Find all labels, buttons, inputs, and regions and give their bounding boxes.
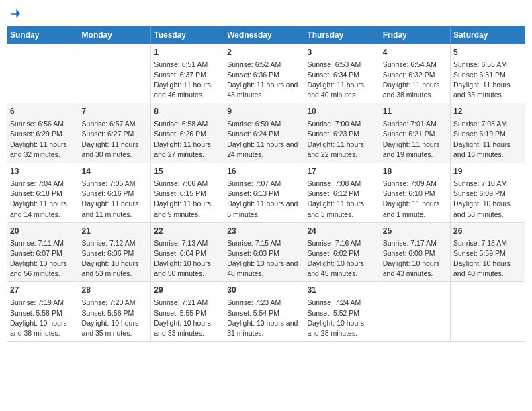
calendar-week-row: 6Sunrise: 6:56 AMSunset: 6:29 PMDaylight…: [7, 103, 525, 163]
calendar-cell: 30Sunrise: 7:23 AMSunset: 5:54 PMDayligh…: [224, 282, 304, 342]
cell-content: Sunrise: 7:00 AMSunset: 6:23 PMDaylight:…: [307, 119, 376, 160]
calendar-cell: 31Sunrise: 7:24 AMSunset: 5:52 PMDayligh…: [304, 282, 380, 342]
day-number: 21: [82, 226, 148, 237]
cell-content: Sunrise: 6:58 AMSunset: 6:26 PMDaylight:…: [154, 119, 221, 160]
calendar-cell: 13Sunrise: 7:04 AMSunset: 6:18 PMDayligh…: [7, 163, 79, 223]
calendar-week-row: 20Sunrise: 7:11 AMSunset: 6:07 PMDayligh…: [7, 222, 525, 282]
calendar-cell: 24Sunrise: 7:16 AMSunset: 6:02 PMDayligh…: [304, 222, 380, 282]
calendar-cell: 25Sunrise: 7:17 AMSunset: 6:00 PMDayligh…: [380, 222, 450, 282]
day-number: 5: [453, 47, 522, 58]
calendar-cell: 4Sunrise: 6:54 AMSunset: 6:32 PMDaylight…: [380, 44, 450, 103]
calendar-cell: 20Sunrise: 7:11 AMSunset: 6:07 PMDayligh…: [7, 222, 79, 282]
calendar-cell: 23Sunrise: 7:15 AMSunset: 6:03 PMDayligh…: [224, 222, 304, 282]
calendar-cell: 8Sunrise: 6:58 AMSunset: 6:26 PMDaylight…: [151, 103, 224, 163]
cell-content: Sunrise: 7:21 AMSunset: 5:55 PMDaylight:…: [154, 298, 221, 338]
day-number: 4: [383, 47, 447, 58]
calendar-header-monday: Monday: [79, 26, 151, 44]
calendar-header-sunday: Sunday: [7, 26, 79, 44]
day-number: 15: [154, 166, 221, 177]
day-number: 1: [154, 47, 221, 58]
calendar-cell: 6Sunrise: 6:56 AMSunset: 6:29 PMDaylight…: [7, 103, 79, 163]
day-number: 3: [307, 47, 376, 58]
cell-content: Sunrise: 7:12 AMSunset: 6:06 PMDaylight:…: [82, 238, 148, 279]
calendar-cell: 2Sunrise: 6:52 AMSunset: 6:36 PMDaylight…: [224, 44, 304, 103]
day-number: 27: [10, 285, 76, 296]
cell-content: Sunrise: 7:23 AMSunset: 5:54 PMDaylight:…: [227, 298, 301, 338]
calendar-header-row: SundayMondayTuesdayWednesdayThursdayFrid…: [7, 26, 525, 44]
cell-content: Sunrise: 7:08 AMSunset: 6:12 PMDaylight:…: [307, 179, 376, 220]
calendar-cell: [451, 282, 525, 342]
day-number: 6: [10, 106, 76, 118]
calendar-cell: 3Sunrise: 6:53 AMSunset: 6:34 PMDaylight…: [304, 44, 380, 103]
cell-content: Sunrise: 7:07 AMSunset: 6:13 PMDaylight:…: [227, 179, 301, 220]
day-number: 2: [227, 47, 301, 58]
calendar-week-row: 1Sunrise: 6:51 AMSunset: 6:37 PMDaylight…: [7, 44, 525, 103]
calendar-cell: 28Sunrise: 7:20 AMSunset: 5:56 PMDayligh…: [79, 282, 151, 342]
day-number: 31: [307, 285, 376, 296]
calendar-cell: 14Sunrise: 7:05 AMSunset: 6:16 PMDayligh…: [79, 163, 151, 223]
cell-content: Sunrise: 7:16 AMSunset: 6:02 PMDaylight:…: [307, 238, 376, 279]
calendar-cell: [380, 282, 450, 342]
cell-content: Sunrise: 6:59 AMSunset: 6:24 PMDaylight:…: [227, 119, 301, 160]
cell-content: Sunrise: 7:13 AMSunset: 6:04 PMDaylight:…: [154, 238, 221, 279]
calendar-week-row: 27Sunrise: 7:19 AMSunset: 5:58 PMDayligh…: [7, 282, 525, 342]
calendar-cell: 17Sunrise: 7:08 AMSunset: 6:12 PMDayligh…: [304, 163, 380, 223]
day-number: 9: [227, 106, 301, 118]
calendar-cell: 18Sunrise: 7:09 AMSunset: 6:10 PMDayligh…: [380, 163, 450, 223]
cell-content: Sunrise: 7:24 AMSunset: 5:52 PMDaylight:…: [307, 298, 376, 338]
cell-content: Sunrise: 7:15 AMSunset: 6:03 PMDaylight:…: [227, 238, 301, 279]
calendar-cell: 7Sunrise: 6:57 AMSunset: 6:27 PMDaylight…: [79, 103, 151, 163]
calendar-header-saturday: Saturday: [451, 26, 525, 44]
cell-content: Sunrise: 7:03 AMSunset: 6:19 PMDaylight:…: [453, 119, 522, 160]
cell-content: Sunrise: 7:20 AMSunset: 5:56 PMDaylight:…: [82, 298, 148, 338]
calendar-cell: [79, 44, 151, 103]
cell-content: Sunrise: 6:52 AMSunset: 6:36 PMDaylight:…: [227, 60, 301, 101]
calendar-header-friday: Friday: [380, 26, 450, 44]
calendar-cell: 26Sunrise: 7:18 AMSunset: 5:59 PMDayligh…: [451, 222, 525, 282]
cell-content: Sunrise: 7:19 AMSunset: 5:58 PMDaylight:…: [10, 298, 76, 338]
calendar-cell: 16Sunrise: 7:07 AMSunset: 6:13 PMDayligh…: [224, 163, 304, 223]
cell-content: Sunrise: 6:57 AMSunset: 6:27 PMDaylight:…: [82, 119, 148, 160]
day-number: 11: [383, 106, 447, 118]
calendar-cell: 11Sunrise: 7:01 AMSunset: 6:21 PMDayligh…: [380, 103, 450, 163]
calendar-cell: 29Sunrise: 7:21 AMSunset: 5:55 PMDayligh…: [151, 282, 224, 342]
day-number: 8: [154, 106, 221, 118]
day-number: 22: [154, 226, 221, 237]
calendar-cell: 10Sunrise: 7:00 AMSunset: 6:23 PMDayligh…: [304, 103, 380, 163]
calendar-table: SundayMondayTuesdayWednesdayThursdayFrid…: [7, 26, 525, 342]
calendar-header-wednesday: Wednesday: [224, 26, 304, 44]
day-number: 30: [227, 285, 301, 296]
day-number: 26: [453, 226, 522, 237]
cell-content: Sunrise: 7:06 AMSunset: 6:15 PMDaylight:…: [154, 179, 221, 220]
calendar-cell: 19Sunrise: 7:10 AMSunset: 6:09 PMDayligh…: [451, 163, 525, 223]
page-header: [7, 7, 525, 20]
cell-content: Sunrise: 7:10 AMSunset: 6:09 PMDaylight:…: [453, 179, 522, 220]
calendar-cell: 22Sunrise: 7:13 AMSunset: 6:04 PMDayligh…: [151, 222, 224, 282]
calendar-cell: 9Sunrise: 6:59 AMSunset: 6:24 PMDaylight…: [224, 103, 304, 163]
day-number: 29: [154, 285, 221, 296]
day-number: 19: [453, 166, 522, 177]
cell-content: Sunrise: 7:01 AMSunset: 6:21 PMDaylight:…: [383, 119, 447, 160]
calendar-cell: 27Sunrise: 7:19 AMSunset: 5:58 PMDayligh…: [7, 282, 79, 342]
day-number: 25: [383, 226, 447, 237]
calendar-cell: 5Sunrise: 6:55 AMSunset: 6:31 PMDaylight…: [451, 44, 525, 103]
cell-content: Sunrise: 6:54 AMSunset: 6:32 PMDaylight:…: [383, 60, 447, 101]
cell-content: Sunrise: 7:04 AMSunset: 6:18 PMDaylight:…: [10, 179, 76, 220]
day-number: 18: [383, 166, 447, 177]
calendar-cell: 1Sunrise: 6:51 AMSunset: 6:37 PMDaylight…: [151, 44, 224, 103]
calendar-header-tuesday: Tuesday: [151, 26, 224, 44]
day-number: 10: [307, 106, 376, 118]
cell-content: Sunrise: 7:09 AMSunset: 6:10 PMDaylight:…: [383, 179, 447, 220]
calendar-cell: 12Sunrise: 7:03 AMSunset: 6:19 PMDayligh…: [451, 103, 525, 163]
day-number: 13: [10, 166, 76, 177]
cell-content: Sunrise: 6:51 AMSunset: 6:37 PMDaylight:…: [154, 60, 221, 101]
day-number: 23: [227, 226, 301, 237]
day-number: 16: [227, 166, 301, 177]
cell-content: Sunrise: 7:05 AMSunset: 6:16 PMDaylight:…: [82, 179, 148, 220]
day-number: 24: [307, 226, 376, 237]
day-number: 20: [10, 226, 76, 237]
cell-content: Sunrise: 7:18 AMSunset: 5:59 PMDaylight:…: [453, 238, 522, 279]
calendar-cell: 15Sunrise: 7:06 AMSunset: 6:15 PMDayligh…: [151, 163, 224, 223]
day-number: 14: [82, 166, 148, 177]
cell-content: Sunrise: 6:53 AMSunset: 6:34 PMDaylight:…: [307, 60, 376, 101]
